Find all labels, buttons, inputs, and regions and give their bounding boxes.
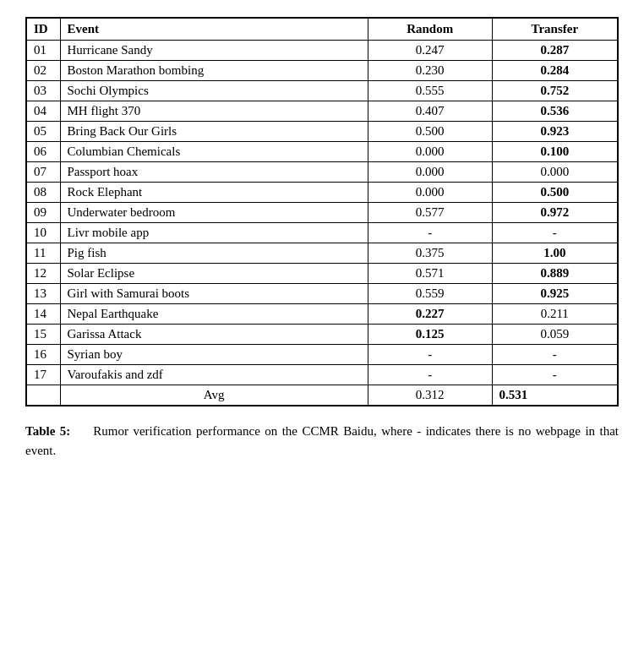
cell-random: 0.375 [368,243,492,264]
cell-transfer: 0.536 [492,101,618,122]
cell-random: - [368,345,492,365]
table-footer-row: Avg 0.312 0.531 [26,385,618,406]
cell-random: 0.407 [368,101,492,122]
table-row: 08Rock Elephant0.0000.500 [26,183,618,203]
table-header-row: ID Event Random Transfer [26,18,618,41]
cell-transfer: 0.500 [492,183,618,203]
table-row: 01Hurricane Sandy0.2470.287 [26,41,618,61]
cell-event: Passport hoax [60,162,368,183]
cell-random: - [368,365,492,385]
cell-transfer: 0.925 [492,284,618,304]
footer-avg-random: 0.312 [368,385,492,406]
footer-avg-transfer: 0.531 [492,385,618,406]
cell-random: 0.000 [368,162,492,183]
table-row: 16Syrian boy-- [26,345,618,365]
results-table: ID Event Random Transfer 01Hurricane San… [25,17,619,406]
cell-event: Pig fish [60,243,368,264]
cell-random: 0.230 [368,61,492,81]
cell-random: 0.555 [368,81,492,101]
col-header-event: Event [60,18,368,41]
cell-event: Garissa Attack [60,325,368,345]
cell-random: - [368,223,492,243]
table-row: 14Nepal Earthquake0.2270.211 [26,304,618,325]
caption-body: Rumor verification performance on the CC… [25,424,619,457]
cell-transfer: 0.287 [492,41,618,61]
cell-event: Varoufakis and zdf [60,365,368,385]
table-row: 17Varoufakis and zdf-- [26,365,618,385]
cell-event: Rock Elephant [60,183,368,203]
cell-random: 0.577 [368,203,492,223]
cell-transfer: - [492,365,618,385]
cell-id: 06 [26,142,60,162]
cell-random: 0.125 [368,325,492,345]
cell-transfer: - [492,223,618,243]
caption-label: Table 5: [25,424,70,438]
cell-id: 10 [26,223,60,243]
cell-random: 0.227 [368,304,492,325]
cell-transfer: 0.972 [492,203,618,223]
table-row: 07Passport hoax0.0000.000 [26,162,618,183]
cell-random: 0.000 [368,142,492,162]
cell-transfer: - [492,345,618,365]
cell-event: Bring Back Our Girls [60,122,368,142]
cell-event: Sochi Olympics [60,81,368,101]
cell-id: 07 [26,162,60,183]
cell-id: 02 [26,61,60,81]
cell-transfer: 0.284 [492,61,618,81]
table-row: 12Solar Eclipse0.5710.889 [26,264,618,284]
cell-random: 0.559 [368,284,492,304]
cell-id: 01 [26,41,60,61]
cell-id: 08 [26,183,60,203]
cell-transfer: 0.923 [492,122,618,142]
cell-event: Hurricane Sandy [60,41,368,61]
cell-transfer: 0.211 [492,304,618,325]
col-header-random: Random [368,18,492,41]
table-row: 06Columbian Chemicals0.0000.100 [26,142,618,162]
cell-event: MH flight 370 [60,101,368,122]
cell-id: 04 [26,101,60,122]
cell-id: 05 [26,122,60,142]
table-row: 13Girl with Samurai boots0.5590.925 [26,284,618,304]
cell-event: Syrian boy [60,345,368,365]
cell-id: 12 [26,264,60,284]
cell-random: 0.500 [368,122,492,142]
table-row: 02Boston Marathon bombing0.2300.284 [26,61,618,81]
cell-id: 14 [26,304,60,325]
table-row: 04MH flight 3700.4070.536 [26,101,618,122]
cell-id: 15 [26,325,60,345]
table-row: 15Garissa Attack0.1250.059 [26,325,618,345]
cell-random: 0.000 [368,183,492,203]
table-row: 03Sochi Olympics0.5550.752 [26,81,618,101]
cell-id: 09 [26,203,60,223]
table-caption: Table 5: Rumor verification performance … [25,422,619,460]
cell-transfer: 1.00 [492,243,618,264]
cell-transfer: 0.100 [492,142,618,162]
cell-random: 0.247 [368,41,492,61]
table-row: 05Bring Back Our Girls0.5000.923 [26,122,618,142]
cell-id: 03 [26,81,60,101]
table-row: 09Underwater bedroom0.5770.972 [26,203,618,223]
cell-id: 17 [26,365,60,385]
table-row: 10Livr mobile app-- [26,223,618,243]
table-row: 11Pig fish0.3751.00 [26,243,618,264]
cell-event: Girl with Samurai boots [60,284,368,304]
cell-transfer: 0.889 [492,264,618,284]
col-header-transfer: Transfer [492,18,618,41]
cell-id: 13 [26,284,60,304]
cell-event: Underwater bedroom [60,203,368,223]
data-table: ID Event Random Transfer 01Hurricane San… [25,17,619,406]
cell-event: Nepal Earthquake [60,304,368,325]
col-header-id: ID [26,18,60,41]
cell-transfer: 0.000 [492,162,618,183]
cell-random: 0.571 [368,264,492,284]
footer-empty [26,385,60,406]
cell-event: Solar Eclipse [60,264,368,284]
footer-avg-label: Avg [60,385,368,406]
cell-transfer: 0.752 [492,81,618,101]
cell-event: Livr mobile app [60,223,368,243]
cell-event: Boston Marathon bombing [60,61,368,81]
cell-transfer: 0.059 [492,325,618,345]
cell-id: 11 [26,243,60,264]
cell-id: 16 [26,345,60,365]
cell-event: Columbian Chemicals [60,142,368,162]
